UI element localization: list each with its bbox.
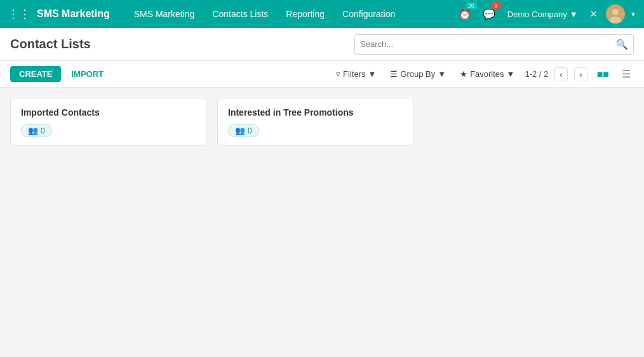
card-title-tree: Interested in Tree Promotions: [228, 107, 403, 118]
search-input[interactable]: [360, 39, 616, 49]
avatar-chevron-icon[interactable]: ▼: [630, 11, 636, 18]
contact-card-tree[interactable]: Interested in Tree Promotions 👥 0: [217, 98, 414, 145]
navbar-right: ⏰ 20 💬 3 Demo Company ▼ × ▼: [455, 4, 636, 24]
kanban-view-button[interactable]: ■■: [594, 67, 612, 82]
grid-icon[interactable]: ⋮⋮: [8, 7, 30, 21]
search-icon: 🔍: [616, 39, 628, 50]
card-badge-tree: 👥 0: [228, 124, 259, 137]
svg-point-1: [612, 9, 619, 15]
card-count-imported: 0: [41, 126, 45, 135]
pagination-prev-button[interactable]: ‹: [554, 67, 568, 81]
filters-button[interactable]: ▿ Filters ▼: [332, 67, 380, 81]
card-count-tree: 0: [248, 126, 252, 135]
chat-icon-btn[interactable]: 💬 3: [480, 4, 499, 24]
avatar[interactable]: [606, 4, 625, 24]
favorites-button[interactable]: ★ Favorites ▼: [456, 67, 518, 81]
search-bar: 🔍: [354, 34, 634, 55]
company-chevron-icon: ▼: [570, 10, 578, 19]
page-header: Contact Lists 🔍: [0, 28, 644, 61]
toolbar: CREATE IMPORT ▿ Filters ▼ ☰ Group By ▼ ★…: [0, 61, 644, 88]
chat-badge: 3: [491, 2, 501, 10]
nav-item-configuration[interactable]: Configuration: [333, 0, 404, 28]
card-badge-imported: 👥 0: [21, 124, 52, 137]
company-name: Demo Company: [507, 10, 567, 19]
page-title: Contact Lists: [10, 37, 91, 51]
group-by-button[interactable]: ☰ Group By ▼: [386, 67, 450, 81]
nav-item-sms-marketing[interactable]: SMS Marketing: [125, 0, 204, 28]
filter-icon: ▿: [336, 69, 340, 79]
create-button[interactable]: CREATE: [10, 66, 61, 82]
import-button[interactable]: IMPORT: [66, 66, 109, 82]
group-by-chevron-icon: ▼: [438, 69, 446, 79]
group-by-label: Group By: [400, 69, 435, 79]
nav-menu: SMS Marketing Contacts Lists Reporting C…: [125, 0, 455, 28]
favorites-label: Favorites: [470, 69, 504, 79]
filters-label: Filters: [343, 69, 365, 79]
filters-chevron-icon: ▼: [368, 69, 376, 79]
contacts-icon-tree: 👥: [235, 126, 245, 135]
company-selector[interactable]: Demo Company ▼: [504, 10, 582, 19]
navbar: ⋮⋮ SMS Marketing SMS Marketing Contacts …: [0, 0, 644, 28]
card-title-imported: Imported Contacts: [21, 107, 196, 118]
clock-icon: ⏰: [459, 8, 471, 20]
toolbar-right: ▿ Filters ▼ ☰ Group By ▼ ★ Favorites ▼ 1…: [332, 66, 634, 82]
list-view-button[interactable]: ☰: [619, 66, 634, 82]
contact-card-imported[interactable]: Imported Contacts 👥 0: [10, 98, 207, 145]
app-brand: SMS Marketing: [37, 8, 110, 20]
close-button[interactable]: ×: [587, 8, 601, 21]
avatar-image: [606, 4, 625, 24]
favorites-chevron-icon: ▼: [507, 69, 515, 79]
group-by-icon: ☰: [390, 69, 398, 79]
nav-item-reporting[interactable]: Reporting: [277, 0, 333, 28]
clock-badge: 20: [466, 2, 477, 10]
pagination-next-button[interactable]: ›: [574, 67, 587, 81]
star-icon: ★: [460, 69, 467, 79]
contacts-icon-imported: 👥: [28, 126, 38, 135]
pagination-text: 1-2 / 2: [525, 69, 548, 79]
content-area: Contact Lists 🔍 CREATE IMPORT ▿ Filters …: [0, 28, 644, 357]
cards-area: Imported Contacts 👥 0 Interested in Tree…: [0, 88, 644, 156]
nav-item-contacts-lists[interactable]: Contacts Lists: [203, 0, 277, 28]
chat-icon: 💬: [483, 8, 495, 20]
clock-icon-btn[interactable]: ⏰ 20: [455, 4, 474, 24]
